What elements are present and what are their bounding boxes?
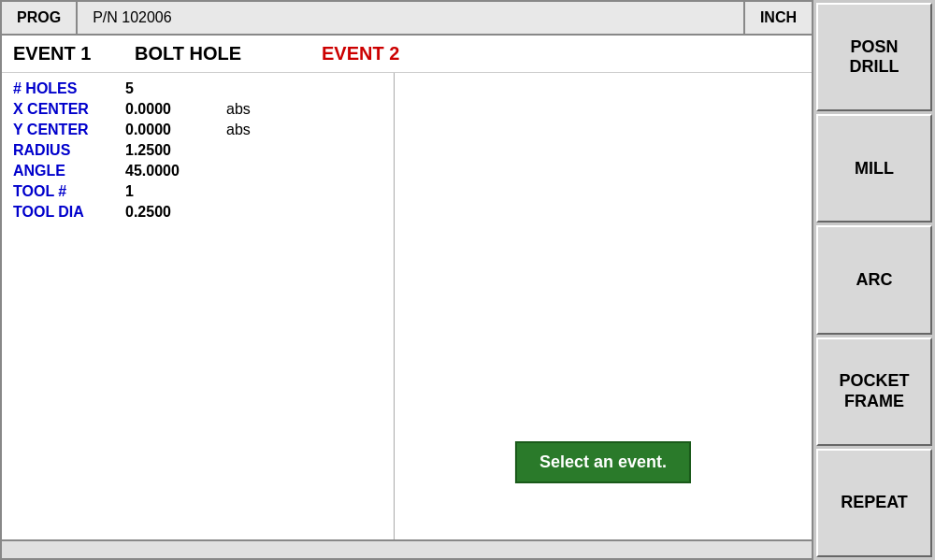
row-value: 1.2500: [125, 142, 219, 159]
pn-label: P/N 102006: [78, 2, 743, 34]
main-container: PROG P/N 102006 INCH EVENT 1 BOLT HOLE E…: [0, 0, 935, 560]
row-label: TOOL #: [13, 183, 125, 200]
row-label: Y CENTER: [13, 122, 125, 138]
event1-data-panel: # HOLES5X CENTER0.0000absY CENTER0.0000a…: [2, 73, 395, 539]
table-row: TOOL DIA0.2500: [13, 204, 382, 221]
row-label: # HOLES: [13, 80, 125, 97]
bottom-bar: [2, 539, 812, 558]
header-bar: PROG P/N 102006 INCH: [2, 2, 812, 36]
row-label: TOOL DIA: [13, 204, 125, 221]
sidebar-btn-arc[interactable]: ARC: [816, 225, 932, 334]
row-mode: abs: [226, 122, 251, 138]
table-row: RADIUS1.2500: [13, 142, 382, 159]
row-label: ANGLE: [13, 163, 125, 179]
row-value: 0.0000: [125, 101, 219, 118]
table-row: # HOLES5: [13, 80, 382, 97]
row-mode: abs: [226, 101, 251, 118]
table-row: Y CENTER0.0000abs: [13, 122, 382, 138]
row-value: 45.0000: [125, 163, 219, 179]
prog-label: PROG: [2, 2, 78, 34]
event2-data-panel: Select an event.: [395, 73, 812, 539]
table-row: ANGLE45.0000: [13, 163, 382, 179]
bolt-hole-label: BOLT HOLE: [135, 43, 322, 65]
event1-label: EVENT 1: [13, 43, 135, 65]
table-row: X CENTER0.0000abs: [13, 101, 382, 118]
event2-label: EVENT 2: [322, 43, 399, 65]
unit-label: INCH: [743, 2, 812, 34]
events-header-row: EVENT 1 BOLT HOLE EVENT 2: [2, 36, 812, 73]
content-area: PROG P/N 102006 INCH EVENT 1 BOLT HOLE E…: [0, 0, 813, 560]
row-value: 1: [125, 183, 219, 200]
sidebar-btn-posn-drill[interactable]: POSN DRILL: [816, 3, 932, 111]
row-label: RADIUS: [13, 142, 125, 159]
row-value: 5: [125, 80, 219, 97]
data-section: # HOLES5X CENTER0.0000absY CENTER0.0000a…: [2, 73, 812, 539]
sidebar-btn-repeat[interactable]: REPEAT: [816, 449, 932, 557]
sidebar-btn-pocket-frame[interactable]: POCKET FRAME: [816, 337, 932, 446]
table-row: TOOL #1: [13, 183, 382, 200]
row-value: 0.2500: [125, 204, 219, 221]
select-event-button[interactable]: Select an event.: [515, 441, 691, 483]
row-value: 0.0000: [125, 122, 219, 138]
sidebar-btn-mill[interactable]: MILL: [816, 114, 932, 223]
sidebar: POSN DRILLMILLARCPOCKET FRAMEREPEAT: [813, 0, 935, 560]
row-label: X CENTER: [13, 101, 125, 118]
